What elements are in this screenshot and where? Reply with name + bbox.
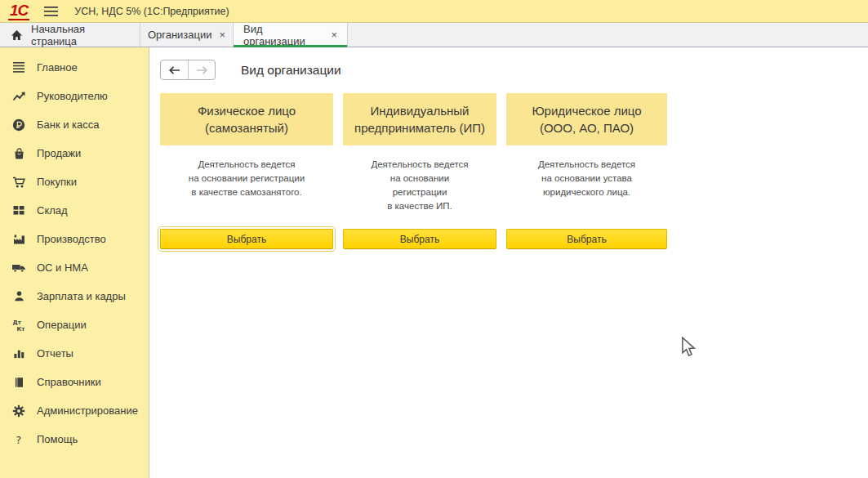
- sidebar-item-label: Склад: [37, 204, 68, 217]
- card-description: Деятельность ведется на основании регист…: [343, 158, 496, 229]
- sidebar-item-label: Руководителю: [37, 90, 108, 102]
- select-button[interactable]: Выбрать: [506, 229, 667, 249]
- top-bar: 1С УСН, НДС 5% (1С:Предприятие): [0, 0, 868, 23]
- truck-icon: [11, 261, 27, 274]
- sidebar-item-warehouse[interactable]: Склад: [0, 196, 149, 225]
- org-type-card-legal-entity: Юридическое лицо (ООО, АО, ПАО) Деятельн…: [506, 93, 667, 249]
- sidebar-item-label: Покупки: [37, 176, 77, 188]
- tab-organization-type[interactable]: Вид организации ×: [234, 23, 348, 47]
- tab-label: Вид организации: [243, 23, 323, 47]
- main-menu-icon[interactable]: [44, 6, 58, 17]
- sidebar-item-label: Справочники: [37, 376, 101, 388]
- person-icon: [11, 290, 27, 302]
- home-icon: [11, 29, 23, 41]
- card-description: Деятельность ведется на основании регист…: [160, 158, 333, 229]
- sidebar-item-administration[interactable]: Администрирование: [0, 396, 149, 425]
- forward-button[interactable]: [188, 60, 215, 79]
- menu-lines-icon: [11, 61, 27, 74]
- book-icon: [11, 376, 27, 389]
- trend-up-icon: [11, 90, 27, 102]
- shopping-cart-icon: [11, 176, 27, 189]
- warehouse-blocks-icon: [11, 204, 27, 217]
- svg-text:Кт: Кт: [17, 326, 26, 332]
- sidebar-item-production[interactable]: Производство: [0, 225, 149, 253]
- card-title: Юридическое лицо (ООО, АО, ПАО): [506, 93, 667, 145]
- debit-credit-icon: ДтКт: [11, 319, 27, 332]
- card-title: Физическое лицо (самозанятый): [160, 93, 333, 145]
- sidebar-item-directories[interactable]: Справочники: [0, 368, 149, 396]
- factory-icon: [11, 233, 27, 245]
- org-type-card-individual: Физическое лицо (самозанятый) Деятельнос…: [160, 93, 333, 249]
- sidebar-item-label: Администрирование: [37, 404, 138, 417]
- sidebar-item-help[interactable]: ? Помощь: [0, 425, 149, 453]
- 1c-logo: 1С: [8, 2, 29, 20]
- card-title: Индивидуальный предприниматель (ИП): [343, 93, 496, 145]
- sidebar-item-reports[interactable]: Отчеты: [0, 339, 149, 368]
- card-description: Деятельность ведется на основании устава…: [506, 158, 667, 229]
- bar-chart-icon: [11, 347, 27, 360]
- sidebar-item-sales[interactable]: Продажи: [0, 139, 149, 168]
- svg-text:?: ?: [16, 434, 22, 445]
- arrow-right-icon: [196, 65, 208, 75]
- select-button[interactable]: Выбрать: [343, 229, 496, 249]
- svg-text:Дт: Дт: [13, 319, 22, 326]
- mouse-cursor: [681, 337, 697, 361]
- gear-icon: [11, 404, 27, 418]
- sidebar-item-manager[interactable]: Руководителю: [0, 82, 149, 110]
- ruble-icon: [11, 118, 27, 132]
- sidebar-item-label: Отчеты: [37, 347, 73, 360]
- sidebar-item-operations[interactable]: ДтКт Операции: [0, 310, 149, 339]
- main-content: Вид организации Физическое лицо (самозан…: [149, 47, 868, 478]
- tab-close-icon[interactable]: ×: [220, 29, 226, 40]
- back-button[interactable]: [161, 60, 188, 79]
- sidebar-item-label: Зарплата и кадры: [37, 290, 126, 302]
- tab-bar: Начальная страница Организации × Вид орг…: [0, 23, 868, 47]
- sidebar-item-fixed-assets[interactable]: ОС и НМА: [0, 253, 149, 282]
- sidebar-item-main[interactable]: Главное: [0, 53, 149, 82]
- tab-organizations[interactable]: Организации ×: [140, 23, 234, 47]
- sidebar: Главное Руководителю Банк и касса Продаж…: [0, 47, 149, 478]
- history-nav-group: [160, 60, 216, 80]
- select-button[interactable]: Выбрать: [160, 229, 333, 249]
- tab-label: Начальная страница: [31, 23, 130, 47]
- page-header: Вид организации: [149, 47, 868, 85]
- sidebar-item-label: Операции: [37, 319, 87, 331]
- sidebar-item-payroll-hr[interactable]: Зарплата и кадры: [0, 282, 149, 310]
- tab-label: Организации: [148, 29, 212, 41]
- sidebar-item-label: Банк и касса: [37, 118, 100, 131]
- window-title: УСН, НДС 5% (1С:Предприятие): [74, 6, 229, 17]
- arrow-left-icon: [168, 65, 180, 75]
- sidebar-item-label: Помощь: [37, 433, 78, 445]
- tab-home-page[interactable]: Начальная страница: [0, 23, 140, 47]
- org-type-cards: Физическое лицо (самозанятый) Деятельнос…: [160, 93, 868, 249]
- org-type-card-entrepreneur: Индивидуальный предприниматель (ИП) Деят…: [343, 93, 496, 249]
- sidebar-item-label: Главное: [37, 61, 78, 74]
- sidebar-item-label: ОС и НМА: [37, 261, 88, 274]
- sidebar-item-label: Продажи: [37, 147, 81, 159]
- sidebar-item-purchases[interactable]: Покупки: [0, 168, 149, 196]
- tab-close-icon[interactable]: ×: [331, 29, 337, 40]
- sidebar-item-label: Производство: [37, 233, 106, 245]
- page-title: Вид организации: [241, 63, 341, 78]
- sidebar-item-bank-cash[interactable]: Банк и касса: [0, 110, 149, 139]
- shopping-bag-icon: [11, 147, 27, 160]
- question-icon: ?: [11, 433, 27, 446]
